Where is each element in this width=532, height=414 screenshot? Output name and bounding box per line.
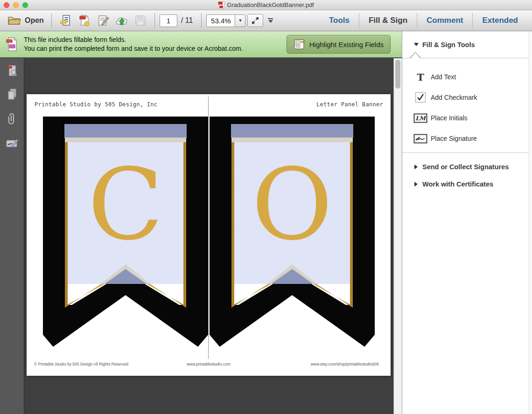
minimize-button[interactable] [13,2,19,8]
page-thumbnails-icon [6,64,19,77]
fillable-form-icon [6,37,18,52]
nav-fill-sign[interactable]: Fill & Sign [359,14,417,28]
attachments-tab[interactable] [5,112,19,126]
app-window: GraduationBlackGoldBanner.pdf Open [0,0,532,414]
zoom-dropdown-button[interactable]: ▼ [235,14,245,27]
add-text-icon: T [417,72,424,82]
work-with-certificates-section[interactable]: Work with Certificates [402,176,532,193]
page-header-right: Letter Panel Banner [316,101,383,108]
fit-size-icon [251,16,259,25]
panel-title: Fill & Sign Tools [422,41,475,48]
nav-comment[interactable]: Comment [417,14,472,28]
vertical-scrollbar[interactable] [393,58,402,414]
pdf-file-icon [218,1,224,8]
save-icon [134,14,147,27]
sign-button[interactable] [96,14,110,28]
signatures-tab[interactable] [5,137,19,151]
add-checkmark-icon [415,92,426,103]
notice-line2: You can print the completed form and sav… [24,44,243,53]
page-number-input[interactable] [160,14,177,27]
toolbar-separator [201,13,202,28]
highlight-fields-icon [294,39,306,50]
fill-sign-panel: Fill & Sign Tools T Add Text Add Checkma… [402,31,532,414]
fit-size-button[interactable] [247,14,263,27]
pages-icon [6,88,19,101]
page-thumbnails-tab[interactable] [5,64,19,78]
pdf-page: Printable Studio by 505 Design, Inc Lett… [27,94,391,376]
place-signature-icon [413,134,427,144]
toolbar-overflow-button[interactable] [268,18,273,23]
main-toolbar: Open [0,10,532,31]
page-header-left: Printable Studio by 505 Design, Inc [35,101,157,108]
initials-sample: LM [415,115,426,122]
close-button[interactable] [4,2,9,8]
collapsed-arrow-icon [414,182,418,186]
collapsed-arrow-icon [414,165,418,169]
scrollbar-thumb[interactable] [395,60,400,89]
place-initials-tool[interactable]: LM Place Initials [402,108,532,128]
page-total-label: / 11 [181,16,193,25]
send-collect-signatures-section[interactable]: Send or Collect Signatures [402,159,532,175]
open-button[interactable]: Open [5,14,47,28]
upload-cloud-icon [115,14,129,27]
toolbar-separator [154,13,155,28]
page-footer-right: www.etsy.com/shop/printablestudio505 [311,362,379,366]
add-checkmark-tool[interactable]: Add Checkmark [402,87,532,108]
zoom-level-input[interactable]: 53.4% [206,14,235,27]
place-initials-icon: LM [413,113,427,123]
banner-letter: C [88,147,163,262]
navigation-pane [0,58,24,414]
open-folder-icon [7,15,21,26]
title-bar: GraduationBlackGoldBanner.pdf [0,0,532,10]
mode-nav: Tools Fill & Sign Comment Extended [320,10,527,31]
nav-extended[interactable]: Extended [472,14,527,28]
form-notice-bar: This file includes fillable form fields.… [0,31,402,58]
toolbar-overflow-icon [268,18,273,19]
panel-divider [402,152,532,153]
highlight-fields-label: Highlight Existing Fields [309,41,384,48]
forms-button[interactable] [77,14,91,28]
banner-panel-o: O [210,117,375,348]
open-label: Open [25,16,44,25]
pages-tab[interactable] [5,87,19,101]
signatures-panel-icon [5,138,19,150]
place-signature-tool[interactable]: Place Signature [402,128,532,149]
attachments-icon [6,112,19,126]
forms-badge-icon [78,14,91,27]
window-title: GraduationBlackGoldBanner.pdf [227,1,314,8]
expanded-arrow-icon [414,43,419,46]
highlight-existing-fields-button[interactable]: Highlight Existing Fields [287,35,391,54]
sign-document-icon [97,14,110,27]
cut-line [208,97,209,359]
panel-scrollbar-track[interactable] [529,31,532,414]
document-view: Printable Studio by 505 Design, Inc Lett… [25,58,394,414]
banner-letter: O [252,147,333,262]
toolbar-separator [51,13,52,28]
nav-tools[interactable]: Tools [320,14,359,28]
fill-sign-tools-header[interactable]: Fill & Sign Tools [402,31,532,58]
banner-panel-c: C [43,117,208,348]
add-text-tool[interactable]: T Add Text [402,67,532,87]
zoom-window-button[interactable] [22,2,28,8]
send-file-icon [59,14,72,27]
save-button[interactable] [133,14,147,28]
send-file-button[interactable] [59,14,73,28]
notice-line1: This file includes fillable form fields. [24,35,243,44]
upload-button[interactable] [115,14,129,28]
